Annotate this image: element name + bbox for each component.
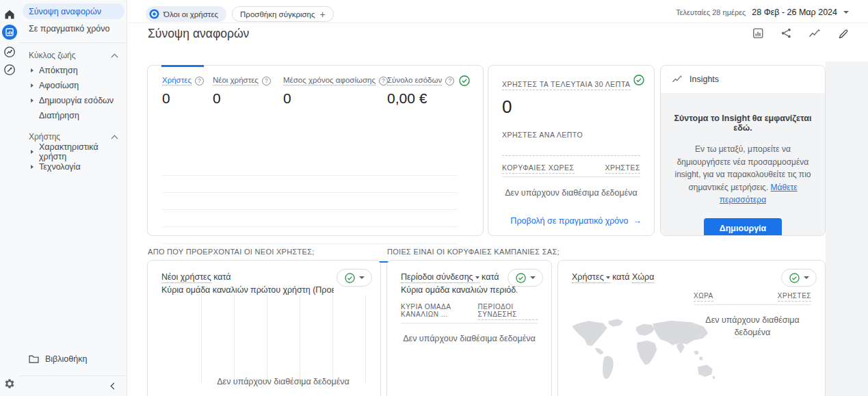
metric-tabs: Χρήστες 0 Νέοι χρήστες 0 Μέσος χρόνος αφ… xyxy=(148,66,483,107)
gridline xyxy=(162,209,458,210)
chevron-up-icon xyxy=(111,135,118,142)
expand-arrow-icon xyxy=(31,83,34,88)
dimension-selector[interactable]: Κύρια ομάδα καναλιών περιόδ... xyxy=(401,284,517,297)
sidebar-item-engagement[interactable]: Αφοσίωση xyxy=(18,78,127,93)
gridline xyxy=(162,243,458,244)
metric-tab-new-users[interactable]: Νέοι χρήστες 0 xyxy=(213,76,283,107)
customize-report-icon[interactable] xyxy=(752,27,764,39)
insights-card: Insights Σύντομα το Insight θα εμφανίζετ… xyxy=(660,65,826,236)
sidebar-section-lifecycle[interactable]: Κύκλος ζωής xyxy=(18,48,127,63)
users-per-minute-label: ΧΡΗΣΤΕΣ ΑΝΑ ΛΕΠΤΟ xyxy=(502,131,640,139)
insights-card-body: Σύντομα το Insight θα εμφανίζεται εδώ. Ε… xyxy=(661,93,825,236)
table-header: ΚΥΡΙΑ ΟΜΑΔΑ ΚΑΝΑΛΙΩΝ ... ΠΕΡΙΟΔΟΙ ΣΥΝΔΕΣ… xyxy=(387,303,551,320)
add-comparison-label: Προσθήκη σύγκρισης xyxy=(240,10,315,18)
all-users-chip[interactable]: Όλοι οι χρήστες xyxy=(146,6,226,22)
users-column-header[interactable]: ΧΡΗΣΤΕΣ xyxy=(605,163,641,174)
gridline xyxy=(365,295,366,384)
metric-tab-avg-engagement-time[interactable]: Μέσος χρόνος αφοσίωσης 0 xyxy=(283,76,387,107)
top-countries-column-header[interactable]: ΚΟΡΥΦΑΙΕΣ ΧΩΡΕΣ xyxy=(502,163,575,174)
insights-headline: Σύντομα το Insight θα εμφανίζεται εδώ. xyxy=(672,114,814,133)
metric-label: Χρήστες xyxy=(162,76,192,85)
sidebar-item-reports-snapshot[interactable]: Σύνοψη αναφορών xyxy=(23,3,124,19)
explore-icon[interactable] xyxy=(3,46,16,58)
users-per-minute-sparkline xyxy=(502,139,640,156)
sidebar-item-retention[interactable]: Διατήρηση xyxy=(18,108,127,123)
sidebar-item-library[interactable]: Βιβλιοθήκη xyxy=(18,351,126,367)
home-icon[interactable] xyxy=(4,10,15,19)
gridline xyxy=(300,295,300,384)
link-label: Προβολή σε πραγματικό χρόνο xyxy=(510,216,628,226)
chevron-down-icon xyxy=(606,276,610,279)
card-options-pill[interactable] xyxy=(337,269,372,287)
metric-selector[interactable]: Χρήστες xyxy=(572,272,610,283)
sidebar-item-label: Διατήρηση xyxy=(39,111,79,120)
users-by-country-card: Χρήστες κατά Χώρα ΧΩΡΑ ΧΡΗΣΤΕΣ Δεν υπάρχ… xyxy=(557,260,826,396)
data-quality-check-icon[interactable] xyxy=(459,75,470,86)
collapse-sidebar-button[interactable] xyxy=(18,375,126,396)
chevron-left-icon xyxy=(111,383,118,390)
reports-icon[interactable] xyxy=(2,25,17,40)
add-comparison-chip[interactable]: Προσθήκη σύγκρισης + xyxy=(232,6,334,22)
chevron-down-icon xyxy=(530,276,536,279)
metric-tab-users[interactable]: Χρήστες 0 xyxy=(162,76,213,107)
metric-tab-total-revenue[interactable]: Σύνολο εσόδων 0,00 € xyxy=(387,76,454,107)
table-divider xyxy=(401,323,538,324)
card-options-pill[interactable] xyxy=(508,269,543,287)
realtime-card: ΧΡΗΣΤΕΣ ΤΑ ΤΕΛΕΥΤΑΙΑ 30 ΛΕΠΤΑ 0 ΧΡΗΣΤΕΣ … xyxy=(488,65,655,236)
help-icon[interactable] xyxy=(195,77,204,85)
insights-sparkline-icon[interactable] xyxy=(808,28,821,39)
check-circle-icon xyxy=(345,273,355,283)
all-users-chip-label: Όλοι οι χρήστες xyxy=(163,10,218,18)
card-options-pill[interactable] xyxy=(781,269,817,287)
sessions-column-header[interactable]: ΠΕΡΙΟΔΟΙ ΣΥΝΔΕΣΗΣ xyxy=(478,303,538,320)
sessions-by-channel-card: Περίοδοι σύνδεσης κατά Κύρια ομάδα καναλ… xyxy=(386,260,552,396)
metric-label: Σύνολο εσόδων xyxy=(387,76,442,85)
page-title: Σύνοψη αναφορών xyxy=(148,27,249,41)
realtime-title: ΧΡΗΣΤΕΣ ΤΑ ΤΕΛΕΥΤΑΙΑ 30 ΛΕΠΤΑ xyxy=(502,80,631,90)
metric-value: 0 xyxy=(162,90,213,107)
no-data-message: Δεν υπάρχουν διαθέσιμα δεδομένα xyxy=(201,377,365,386)
sidebar-footer: Βιβλιοθήκη xyxy=(18,351,126,396)
report-sidebar: Σύνοψη αναφορών Σε πραγματικό χρόνο Κύκλ… xyxy=(18,0,127,396)
gridline xyxy=(162,226,458,227)
audience-scope-icon xyxy=(149,9,159,19)
sidebar-item-label: Δημιουργία εσόδων xyxy=(39,96,114,105)
realtime-table-header: ΚΟΡΥΦΑΙΕΣ ΧΩΡΕΣ ΧΡΗΣΤΕΣ xyxy=(502,163,640,174)
metric-value: 0,00 € xyxy=(387,90,454,107)
app-rail xyxy=(0,0,18,396)
sidebar-section-label: Κύκλος ζωής xyxy=(29,51,76,60)
metric-selector[interactable]: Νέοι χρήστες xyxy=(161,272,211,283)
folder-icon xyxy=(29,355,39,363)
create-insight-button[interactable]: Δημιουργία xyxy=(704,218,782,236)
new-users-section-header: ΑΠΟ ΠΟΥ ΠΡΟΕΡΧΟΝΤΑΙ ΟΙ ΝΕΟΙ ΧΡΗΣΤΕΣ; xyxy=(148,248,315,256)
edit-pencil-icon[interactable] xyxy=(838,28,849,39)
advertising-icon[interactable] xyxy=(3,64,16,76)
metric-value: 0 xyxy=(283,90,387,107)
sidebar-item-monetization[interactable]: Δημιουργία εσόδων xyxy=(18,93,127,108)
expand-arrow-icon xyxy=(31,165,34,169)
check-circle-icon xyxy=(789,273,800,283)
metric-label: Μέσος χρόνος αφοσίωσης xyxy=(283,76,376,85)
sidebar-item-tech[interactable]: Τεχνολογία xyxy=(18,159,127,174)
sidebar-item-acquisition[interactable]: Απόκτηση xyxy=(18,63,127,78)
help-icon[interactable] xyxy=(445,77,454,85)
chevron-down-icon xyxy=(359,276,365,279)
view-realtime-link[interactable]: Προβολή σε πραγματικό χρόνο → xyxy=(510,216,642,226)
dimension-selector[interactable]: Χώρα xyxy=(632,272,654,283)
channel-column-header[interactable]: ΚΥΡΙΑ ΟΜΑΔΑ ΚΑΝΑΛΙΩΝ ... xyxy=(401,303,478,318)
date-range-value: 28 Φεβ - 26 Μαρ 2024 xyxy=(752,8,837,17)
share-icon[interactable] xyxy=(780,27,792,39)
expand-arrow-icon xyxy=(31,98,34,103)
settings-gear-icon[interactable] xyxy=(3,378,16,390)
sidebar-item-user-attributes[interactable]: Χαρακτηριστικά χρήστη xyxy=(18,144,127,159)
data-quality-check-icon[interactable] xyxy=(633,75,644,85)
metric-selector[interactable]: Περίοδοι σύνδεσης xyxy=(401,272,479,283)
date-range-picker[interactable]: Τελευταίες 28 ημέρες 28 Φεβ - 26 Μαρ 202… xyxy=(676,8,849,17)
users-column-header[interactable]: ΧΡΗΣΤΕΣ xyxy=(778,292,811,302)
sidebar-item-label: Τεχνολογία xyxy=(39,162,81,172)
help-icon[interactable] xyxy=(262,77,271,85)
insights-sparkline-icon xyxy=(672,75,683,84)
segment-chip-row: Όλοι οι χρήστες Προσθήκη σύγκρισης + xyxy=(146,6,334,22)
sidebar-item-realtime[interactable]: Σε πραγματικό χρόνο xyxy=(18,21,127,36)
chevron-down-icon xyxy=(475,276,479,279)
